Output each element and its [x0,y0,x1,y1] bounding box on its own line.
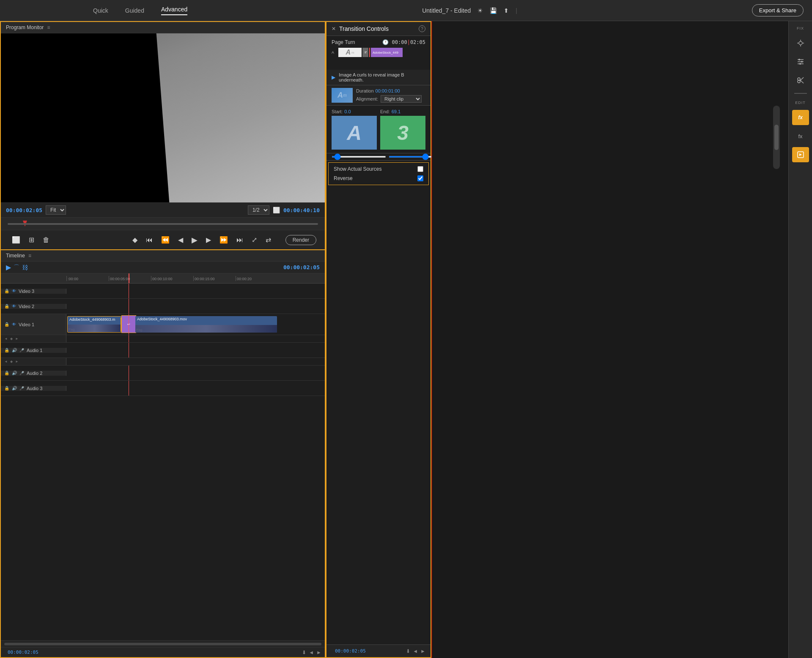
export-share-button[interactable]: Export & Share [752,4,804,16]
step-fwd-button[interactable]: ⏩ [217,234,230,246]
share-icon[interactable]: ⬆ [504,7,509,14]
tc-back-icon[interactable]: ◄ [413,648,418,654]
nav-guided[interactable]: Guided [125,7,144,14]
v2-lock-icon[interactable]: 🔒 [4,304,9,309]
tc-start-slider[interactable] [332,156,386,158]
tc-description: Image A curls to reveal image B undernea… [339,72,425,82]
sun-icon: ☀ [477,7,483,14]
v3-lock-icon[interactable]: 🔒 [4,289,9,293]
fwd-icon[interactable]: ► [316,650,321,655]
tc-fwd-icon[interactable]: ► [420,648,425,654]
a2-content[interactable] [66,366,325,380]
tc-alignment-select[interactable]: Right clip Left clip Center on cut [381,95,422,103]
scrubber-bar[interactable] [8,223,318,225]
monitor-menu-icon[interactable]: ≡ [47,25,50,30]
frame-back-button[interactable]: ◀ [176,234,186,246]
monitor-title: Program Monitor [6,25,44,30]
v2-content[interactable] [66,299,325,314]
a1-mic-icon[interactable]: 🎤 [19,348,24,352]
track-row-v3: 🔒 👁 Video 3 [1,284,325,299]
tc-preview-b[interactable]: 3 [380,116,425,150]
fix-enhance-btn[interactable] [792,35,809,51]
tc-effect-name: Page Turn [332,39,379,45]
transition-marker [121,317,121,332]
tc-transition-clip[interactable]: AdobeStock_449 [371,48,403,57]
fix-adjust-btn[interactable] [792,54,809,69]
project-title: Untitled_7 - Edited [422,7,471,14]
tc-filter-icon[interactable]: ⬇ [406,648,410,654]
nav-quick[interactable]: Quick [93,7,108,14]
tc-preview-a[interactable]: A [332,116,377,150]
loop-button[interactable]: ⤢ [249,234,260,246]
ruler-mark-1: 00:00:05:00 [109,276,151,281]
red-vertical-line [431,21,432,658]
stop-button[interactable]: ⬜ [9,234,23,246]
step-back-button[interactable]: ⏪ [159,234,172,246]
timeline-scroll[interactable] [1,640,325,647]
tc-duration-value[interactable]: 00:00:01:00 [376,88,400,93]
a3-speaker-icon[interactable]: 🔊 [12,386,17,390]
grid-button[interactable]: ⊞ [26,234,37,246]
timeline-title: Timeline [6,253,25,259]
ruler-mark-3: 00:00:15:00 [193,276,236,281]
v1-content[interactable]: AdobeStock_449068903.m Pag ↩ [66,314,325,335]
fit-dropdown[interactable]: Fit [46,205,66,215]
timeline-snap-btn[interactable]: ⌒ [14,264,19,271]
a1-content[interactable] [66,343,325,358]
clip-1[interactable]: AdobeStock_449068903.m Pag [67,316,122,333]
tc-show-actual-checkbox[interactable] [417,166,423,172]
tc-reverse-checkbox[interactable] [417,175,423,181]
a1-name: Audio 1 [27,348,42,353]
timeline-timecode: 00:00:02:05 [283,264,320,270]
go-end-button[interactable]: ⏭ [234,235,246,246]
a2-lock-icon[interactable]: 🔒 [4,371,9,375]
trash-button[interactable]: 🗑 [40,235,52,246]
v1-lock-icon[interactable]: 🔒 [4,322,9,327]
edit-fx-btn[interactable]: fx [792,128,809,144]
a3-name: Audio 3 [27,386,42,391]
play-button[interactable]: ▶ [189,234,200,246]
a3-content[interactable] [66,381,325,396]
edit-effects-btn[interactable]: fx [792,110,809,125]
scrubber-area[interactable] [1,217,325,230]
a1-lock-icon[interactable]: 🔒 [4,348,9,352]
sync-button[interactable]: ⇄ [263,234,274,246]
v3-content[interactable] [66,284,325,298]
timeline-select-tool[interactable]: ▶ [6,263,11,271]
clip-2[interactable]: AdobeStock_449068903.mov Pag [135,316,277,333]
v1-eye-icon[interactable]: 👁 [12,322,16,327]
monitor-icon: ⬜ [273,207,280,213]
go-start-button[interactable]: ⏮ [143,235,155,246]
marker-button[interactable]: ◆ [130,234,140,246]
right-scrollbar[interactable] [773,106,780,169]
v3-eye-icon[interactable]: 👁 [12,289,16,293]
back-icon[interactable]: ◄ [309,650,314,655]
tc-bottom-timecode: 00:00:02:05 [335,648,366,654]
tc-title: Transition Controls [339,25,415,32]
tc-thumb: A m [332,88,353,103]
filter-icon[interactable]: ⬇ [302,650,306,655]
save-icon[interactable]: 💾 [490,7,497,14]
a3-mic-icon[interactable]: 🎤 [19,386,24,390]
a2-mic-icon[interactable]: 🎤 [19,371,24,375]
render-button[interactable]: Render [285,235,316,245]
tc-help-icon[interactable]: ? [419,25,425,32]
v2-name: Video 2 [19,304,34,309]
resolution-dropdown[interactable]: 1/2 [248,205,269,215]
a1-speaker-icon[interactable]: 🔊 [12,348,17,352]
edit-motion-btn[interactable] [792,147,809,162]
frame-fwd-button[interactable]: ▶ [203,234,214,246]
svg-point-9 [801,61,803,63]
nav-advanced[interactable]: Advanced [161,6,187,15]
a2-speaker-icon[interactable]: 🔊 [12,371,17,375]
fix-scissors-btn[interactable] [792,73,809,88]
timeline-link-btn[interactable]: ⛓ [22,264,28,271]
tc-play-icon[interactable]: ▶ [332,74,335,80]
track-row-a3: 🔒 🔊 🎤 Audio 3 [1,381,325,396]
timeline-menu-icon[interactable]: ≡ [28,253,31,259]
tc-clip-a[interactable]: A m [338,48,362,57]
tc-close-icon[interactable]: ✕ [332,26,336,32]
a3-lock-icon[interactable]: 🔒 [4,386,9,390]
video-display [1,33,325,202]
v2-eye-icon[interactable]: 👁 [12,304,16,309]
